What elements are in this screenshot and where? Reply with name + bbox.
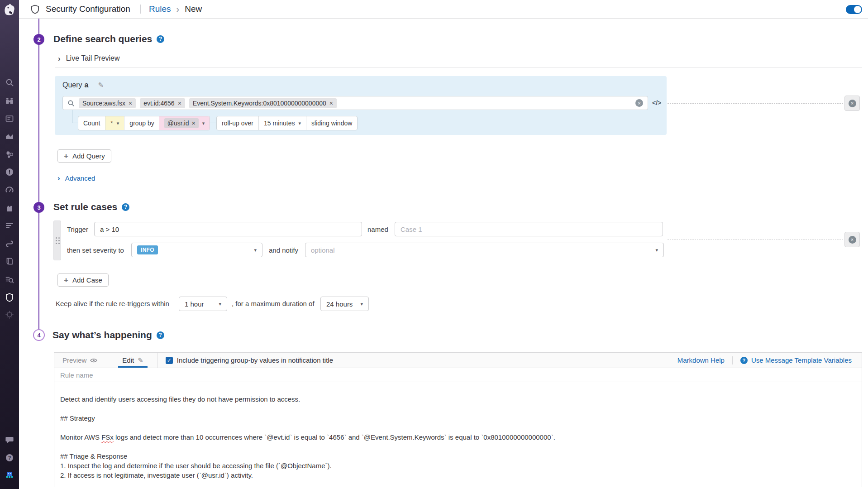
query-tag-source[interactable]: Source:aws.fsx ×	[79, 98, 136, 108]
section-title: Set rule cases	[53, 201, 117, 212]
header-divider	[140, 5, 141, 14]
remove-case-button[interactable]: ×	[844, 232, 860, 247]
infrastructure-hexagons-icon[interactable]	[5, 150, 14, 159]
breadcrumb-current: New	[185, 4, 202, 14]
message-triage-heading: ## Triage & Response	[60, 451, 855, 461]
chat-feedback-icon[interactable]	[5, 435, 14, 444]
monitors-alert-icon[interactable]	[5, 168, 14, 177]
security-shield-icon[interactable]	[5, 293, 14, 302]
query-tag-keywords[interactable]: Event.System.Keywords:0x8010000000000000…	[189, 98, 337, 108]
message-triage-step1: 1. Inspect the log and determine if the …	[60, 461, 855, 470]
misspelled-word: FSx	[101, 433, 114, 441]
section-set-rule-cases: Set rule cases ?	[53, 201, 129, 212]
message-textarea[interactable]: Detect and identify users accessing file…	[54, 382, 862, 480]
remove-group-by-icon[interactable]: ×	[192, 120, 196, 127]
query-rollup-bar: roll-up over 15 minutes ▾ sliding window	[216, 116, 358, 130]
divider	[732, 356, 733, 364]
live-tail-preview-toggle[interactable]: › Live Tail Preview	[58, 54, 120, 62]
case-name-input[interactable]	[395, 222, 663, 236]
group-by-tag[interactable]: @usr.id ×	[164, 118, 199, 128]
synthetics-gauge-icon[interactable]	[5, 186, 14, 195]
remove-tag-icon[interactable]: ×	[129, 100, 132, 107]
search-icon	[67, 100, 75, 107]
plus-icon: +	[64, 152, 68, 160]
search-icon[interactable]	[5, 78, 14, 87]
notebooks-icon[interactable]	[5, 257, 14, 266]
page-header: Security Configuration Rules › New	[19, 0, 868, 19]
severity-select[interactable]: INFO ▾	[131, 243, 262, 257]
add-query-button[interactable]: + Add Query	[57, 149, 111, 163]
help-question-icon[interactable]: ?	[5, 453, 14, 462]
remove-query-button[interactable]: ×	[844, 96, 860, 111]
step-4-badge: 4	[33, 329, 45, 341]
help-icon[interactable]: ?	[157, 331, 164, 339]
count-label: Count	[78, 116, 105, 130]
group-by-select[interactable]: @usr.id × ▾	[159, 116, 210, 130]
group-by-label: group by	[124, 116, 159, 130]
apm-trace-icon[interactable]	[5, 239, 14, 248]
pencil-icon: ✎	[138, 356, 143, 364]
caret-down-icon: ▾	[117, 120, 119, 126]
query-title: Query a ✎	[62, 81, 104, 89]
query-search-input[interactable]: Source:aws.fsx × evt.id:4656 × Event.Sys…	[62, 96, 648, 110]
caret-down-icon: ▾	[219, 301, 221, 307]
breadcrumb-rules-link[interactable]: Rules	[149, 4, 171, 14]
sliding-window-label[interactable]: sliding window	[306, 116, 357, 130]
caret-down-icon: ▾	[655, 247, 658, 253]
dashboards-icon[interactable]	[5, 114, 14, 123]
page: ? Security Configuration Rules › New 2 D…	[0, 0, 868, 489]
clear-search-icon[interactable]: ×	[635, 99, 643, 107]
tab-edit[interactable]: Edit ✎	[118, 353, 147, 368]
divider	[93, 82, 93, 89]
template-variables-link[interactable]: Use Message Template Variables	[751, 356, 852, 364]
section-title: Define search queries	[53, 34, 152, 44]
count-value-select[interactable]: * ▾	[105, 116, 124, 130]
tab-preview-label: Preview	[62, 356, 86, 364]
help-icon[interactable]: ?	[157, 35, 164, 43]
rollup-value-select[interactable]: 15 minutes ▾	[259, 116, 306, 130]
connector-dashed-line	[668, 240, 843, 240]
tab-preview[interactable]: Preview	[54, 353, 105, 368]
query-letter: a	[85, 81, 89, 89]
network-globe-icon[interactable]	[5, 310, 14, 319]
rule-name-input[interactable]	[54, 371, 862, 379]
keep-alive-max-select[interactable]: 24 hours ▾	[320, 297, 369, 311]
tag-label: evt.id:4656	[143, 100, 175, 107]
code-view-icon[interactable]: </>	[652, 99, 661, 106]
wizard-step-line	[38, 19, 39, 329]
metrics-area-chart-icon[interactable]	[5, 132, 14, 141]
markdown-help-link[interactable]: Markdown Help	[677, 356, 725, 364]
trigger-input[interactable]	[94, 222, 362, 236]
edit-query-pencil-icon[interactable]: ✎	[98, 81, 104, 89]
svg-text:?: ?	[8, 455, 11, 460]
include-groupby-checkbox[interactable]: ✓	[166, 357, 173, 364]
log-pipelines-icon[interactable]	[5, 221, 14, 230]
log-explorer-icon[interactable]	[5, 275, 14, 284]
rule-name-row	[54, 368, 862, 382]
caret-down-icon: ▾	[202, 120, 205, 126]
caret-down-icon: ▾	[254, 247, 257, 253]
watchdog-binoculars-icon[interactable]	[5, 96, 14, 105]
advanced-toggle[interactable]: › Advanced	[57, 174, 95, 182]
message-intro: Detect and identify users accessing file…	[60, 394, 855, 404]
group-by-value: @usr.id	[167, 120, 189, 127]
case-drag-handle[interactable]	[53, 221, 61, 260]
add-case-button[interactable]: + Add Case	[57, 273, 109, 287]
bits-ai-icon[interactable]	[5, 470, 14, 479]
trigger-label: Trigger	[67, 225, 88, 233]
datadog-logo-icon[interactable]	[2, 2, 17, 17]
remove-tag-icon[interactable]: ×	[329, 100, 333, 107]
help-icon[interactable]: ?	[122, 203, 129, 211]
notify-select[interactable]: optional ▾	[305, 243, 664, 257]
keep-alive-middle: , for a maximum duration of	[232, 300, 315, 307]
add-query-label: Add Query	[72, 152, 105, 160]
keep-alive-window-select[interactable]: 1 hour ▾	[179, 297, 227, 311]
notification-editor: Preview Edit ✎ ✓ Include triggering grou…	[54, 352, 862, 487]
keep-alive-max-value: 24 hours	[326, 300, 353, 308]
integrations-puzzle-icon[interactable]	[5, 204, 14, 213]
divider	[55, 67, 862, 68]
query-tag-evt-id[interactable]: evt.id:4656 ×	[140, 98, 185, 108]
remove-tag-icon[interactable]: ×	[178, 100, 181, 107]
rule-enabled-toggle[interactable]	[846, 5, 862, 14]
add-case-label: Add Case	[72, 276, 102, 284]
